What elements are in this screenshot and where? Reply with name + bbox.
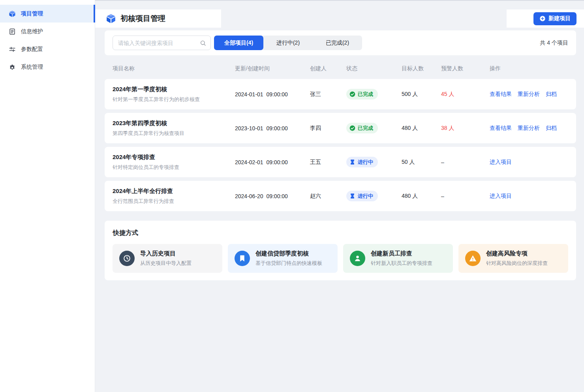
sidebar-item-project-management[interactable]: 项目管理 — [0, 5, 95, 23]
table-header: 项目名称更新/创建时间创建人状态目标人数预警人数操作 — [105, 58, 576, 79]
page-header: 初核项目管理 新建项目 — [95, 9, 584, 28]
shortcut-credit-quarterly[interactable]: 创建信贷部季度初核基于信贷部门特点的快速模板 — [228, 244, 338, 273]
page-title: 初核项目管理 — [120, 13, 165, 24]
project-desc: 针对第一季度员工异常行为的初步核查 — [113, 96, 235, 103]
project-creator: 赵六 — [310, 193, 346, 200]
filter-bar: 全部项目(4)进行中(2)已完成(2) 共 4 个项目 — [105, 30, 576, 55]
sidebar-item-system-management[interactable]: 系统管理 — [0, 58, 95, 76]
header-actions: 新建项目 — [507, 9, 584, 28]
row-actions: 查看结果重新分析归档 — [490, 125, 568, 132]
sidebar-item-label: 信息维护 — [21, 28, 43, 35]
project-creator: 王五 — [310, 159, 346, 166]
shortcuts-section: 快捷方式 导入历史项目从历史项目中导入配置 创建信贷部季度初核基于信贷部门特点的… — [105, 221, 576, 280]
action-link[interactable]: 查看结果 — [490, 91, 512, 98]
search-input[interactable] — [117, 39, 197, 47]
tab-finished[interactable]: 已完成(2) — [313, 36, 362, 50]
search-icon[interactable] — [200, 40, 206, 46]
project-time: 2024-01-01 09:00:00 — [235, 91, 310, 98]
column-header: 预警人数 — [441, 65, 490, 72]
project-name-cell: 2024年上半年全行排查全行范围员工异常行为排查 — [113, 188, 235, 205]
table-row: 2023年第四季度初核第四季度员工异常行为核查项目2023-10-01 09:0… — [105, 113, 576, 143]
search-box[interactable] — [113, 36, 211, 50]
action-link[interactable]: 重新分析 — [518, 125, 540, 132]
sidebar-item-label: 参数配置 — [21, 46, 43, 53]
table-row: 2024年第一季度初核针对第一季度员工异常行为的初步核查2024-01-01 0… — [105, 79, 576, 109]
warning-count: 38 人 — [441, 125, 490, 132]
table-row: 2024年上半年全行排查全行范围员工异常行为排查2024-06-20 09:00… — [105, 181, 576, 211]
shortcut-text: 创建新员工排查针对新入职员工的专项排查 — [371, 250, 432, 267]
status-label: 进行中 — [358, 193, 373, 200]
table-row: 2024年专项排查针对特定岗位员工的专项排查2024-02-01 09:00:0… — [105, 147, 576, 177]
shortcut-new-employee[interactable]: 创建新员工排查针对新入职员工的专项排查 — [343, 244, 453, 273]
cube-icon — [106, 13, 116, 24]
shortcut-desc: 基于信贷部门特点的快速模板 — [255, 260, 322, 267]
action-link[interactable]: 查看结果 — [490, 125, 512, 132]
target-count: 480 人 — [402, 193, 441, 200]
shortcuts-title: 快捷方式 — [113, 229, 568, 237]
column-header: 项目名称 — [113, 65, 235, 72]
status-cell: 已完成 — [346, 123, 402, 133]
status-cell: 已完成 — [346, 89, 402, 99]
shortcut-import-history[interactable]: 导入历史项目从历史项目中导入配置 — [113, 244, 222, 273]
project-creator: 张三 — [310, 91, 346, 98]
gear-icon — [9, 64, 16, 71]
project-count: 共 4 个项目 — [540, 39, 568, 47]
status-label: 已完成 — [358, 125, 373, 132]
project-name: 2023年第四季度初核 — [113, 120, 235, 127]
warning-count: – — [441, 159, 490, 165]
shortcut-text: 创建信贷部季度初核基于信贷部门特点的快速模板 — [255, 250, 322, 267]
document-icon — [9, 28, 16, 35]
action-link[interactable]: 进入项目 — [490, 193, 512, 200]
status-label: 进行中 — [358, 159, 373, 166]
content-area: 全部项目(4)进行中(2)已完成(2) 共 4 个项目 项目名称更新/创建时间创… — [95, 28, 584, 392]
project-creator: 李四 — [310, 125, 346, 132]
tab-all[interactable]: 全部项目(4) — [214, 36, 263, 50]
action-link[interactable]: 重新分析 — [518, 91, 540, 98]
shortcut-desc: 从历史项目中导入配置 — [140, 260, 192, 267]
target-count: 480 人 — [402, 125, 441, 132]
project-list: 2024年第一季度初核针对第一季度员工异常行为的初步核查2024-01-01 0… — [105, 79, 576, 211]
project-time: 2023-10-01 09:00:00 — [235, 125, 310, 131]
shortcuts-grid: 导入历史项目从历史项目中导入配置 创建信贷部季度初核基于信贷部门特点的快速模板 … — [113, 244, 568, 273]
shortcut-high-risk[interactable]: 创建高风险专项针对高风险岗位的深度排查 — [458, 244, 568, 273]
sidebar-item-label: 系统管理 — [21, 64, 43, 71]
shortcut-text: 创建高风险专项针对高风险岗位的深度排查 — [486, 250, 548, 267]
sidebar-item-info-maintenance[interactable]: 信息维护 — [0, 23, 95, 40]
project-time: 2024-06-20 09:00:00 — [235, 193, 310, 199]
project-time: 2024-02-01 09:00:00 — [235, 159, 310, 165]
row-actions: 查看结果重新分析归档 — [490, 91, 568, 98]
shortcut-title: 创建高风险专项 — [486, 250, 548, 257]
hourglass-icon — [349, 159, 355, 165]
status-badge: 已完成 — [346, 89, 378, 99]
status-badge: 进行中 — [346, 191, 378, 201]
sliders-icon — [9, 46, 16, 53]
shortcut-text: 导入历史项目从历史项目中导入配置 — [140, 250, 192, 267]
column-header: 目标人数 — [402, 65, 441, 72]
status-cell: 进行中 — [346, 157, 402, 167]
check-circle-icon — [349, 91, 355, 97]
project-name-cell: 2023年第四季度初核第四季度员工异常行为核查项目 — [113, 120, 235, 137]
column-header: 状态 — [346, 65, 402, 72]
warning-icon — [465, 251, 481, 266]
sidebar-item-label: 项目管理 — [21, 10, 43, 17]
page-title-area: 初核项目管理 — [95, 9, 221, 28]
project-desc: 第四季度员工异常行为核查项目 — [113, 130, 235, 137]
new-project-button[interactable]: 新建项目 — [533, 12, 576, 25]
action-link[interactable]: 归档 — [546, 125, 557, 132]
bookmark-icon — [235, 251, 250, 266]
project-desc: 全行范围员工异常行为排查 — [113, 198, 235, 205]
action-link[interactable]: 进入项目 — [490, 159, 512, 166]
target-count: 50 人 — [402, 159, 441, 166]
status-cell: 进行中 — [346, 191, 402, 201]
action-link[interactable]: 归档 — [546, 91, 557, 98]
shortcut-title: 导入历史项目 — [140, 250, 192, 257]
column-header: 创建人 — [310, 65, 346, 72]
shortcut-title: 创建信贷部季度初核 — [255, 250, 322, 257]
sidebar-item-parameter-config[interactable]: 参数配置 — [0, 40, 95, 58]
tab-running[interactable]: 进行中(2) — [263, 36, 313, 50]
project-name: 2024年第一季度初核 — [113, 86, 235, 93]
project-name-cell: 2024年第一季度初核针对第一季度员工异常行为的初步核查 — [113, 86, 235, 103]
warning-count: – — [441, 193, 490, 199]
project-name: 2024年专项排查 — [113, 154, 235, 161]
column-header: 操作 — [490, 65, 568, 72]
